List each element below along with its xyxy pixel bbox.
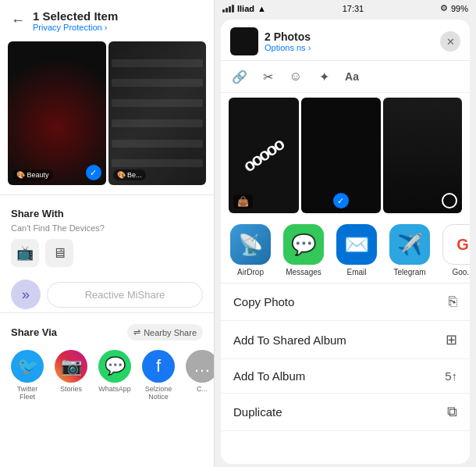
unselected-ring	[442, 193, 457, 209]
toolbar-row: 🔗 ✂ ☺ ✦ Aa	[221, 61, 470, 93]
copy-photo-icon: ⎘	[449, 294, 457, 310]
keyboard-decoration	[108, 41, 207, 185]
mail-label: Email	[346, 268, 366, 276]
photo-count-label: 2 Photos	[265, 30, 311, 43]
mail-icon: ✉️	[336, 224, 377, 265]
photo-info-text: 2 Photos Options ns ›	[265, 30, 311, 52]
social-facebook[interactable]: f SelzioneNotice	[142, 350, 175, 401]
google-icon: G	[442, 224, 470, 265]
share-photo-2[interactable]: ✓	[301, 98, 381, 213]
reactive-share-row: » Reactive MiShare	[0, 280, 214, 309]
share-with-section: Share With Can't Find The Devices? 📺 🖥	[0, 198, 214, 272]
add-shared-album-icon: ⊞	[446, 331, 457, 348]
social-whatsapp[interactable]: 💬 WhatsApp	[98, 350, 131, 401]
signal-icon	[222, 5, 234, 12]
airdrop-label: AirDrop	[237, 268, 264, 276]
tv-icon[interactable]: 📺	[11, 239, 39, 267]
whatsapp-icon: 💬	[98, 350, 131, 383]
copy-photo-action[interactable]: Copy Photo ⎘	[221, 283, 470, 321]
duplicate-label: Duplicate	[233, 405, 282, 419]
photo-thumb-1[interactable]: 🎨 Beauty ✓	[8, 41, 106, 185]
social-icons-row: 🐦 TwitterFleet 📷 Stories 💬 WhatsApp f Se…	[0, 344, 214, 407]
text-icon[interactable]: Aa	[341, 66, 363, 87]
share-via-row: Share Via ⇌ Nearby Share	[11, 324, 203, 340]
right-panel: Iliad ▲ 17:31 ⚙ 99% 2 Photos Options ns …	[215, 0, 476, 467]
share-with-title: Share With	[11, 208, 64, 219]
share-with-sub: Can't Find The Devices?	[11, 223, 105, 233]
share-via-title: Share Via	[11, 326, 57, 338]
photo-info: 2 Photos Options ns ›	[230, 27, 311, 55]
photo-thumb-2[interactable]: 🎨 Be...	[108, 41, 207, 185]
close-button[interactable]: ✕	[440, 31, 460, 52]
share-card-header: 2 Photos Options ns › ✕	[221, 20, 470, 61]
add-album-action[interactable]: Add To Album 5↑	[221, 359, 470, 394]
instagram-label: Stories	[60, 385, 82, 393]
airdrop-icon: 📡	[230, 224, 271, 265]
bag-icon: 👜	[233, 194, 253, 209]
more-label: C...	[197, 385, 208, 393]
wand-icon[interactable]: ✦	[313, 66, 335, 87]
wifi-icon: ▲	[258, 4, 266, 13]
reactive-share-icon[interactable]: »	[11, 280, 41, 309]
battery-area: ⚙ 99%	[440, 3, 468, 13]
monitor-icon[interactable]: 🖥	[45, 239, 73, 267]
action-list: Copy Photo ⎘ Add To Shared Album ⊞ Add T…	[221, 283, 470, 464]
beauty-badge-2: 🎨 Be...	[113, 169, 146, 180]
twitter-label: TwitterFleet	[17, 385, 38, 401]
nearby-label: Nearby Share	[144, 328, 197, 337]
social-instagram[interactable]: 📷 Stories	[55, 350, 87, 401]
messages-label: Messages	[286, 268, 321, 276]
twitter-icon: 🐦	[11, 350, 44, 383]
add-shared-album-action[interactable]: Add To Shared Album ⊞	[221, 321, 470, 359]
messages-icon: 💬	[283, 224, 324, 265]
carrier-signal: Iliad ▲	[222, 4, 266, 13]
app-mail[interactable]: ✉️ Email	[336, 224, 377, 276]
add-album-badge: 5↑	[445, 369, 457, 383]
add-album-label: Add To Album	[233, 369, 305, 383]
nearby-share-button[interactable]: ⇌ Nearby Share	[127, 324, 203, 340]
beauty-badge: 🎨 Beauty	[12, 169, 53, 180]
instagram-icon: 📷	[55, 350, 87, 383]
social-twitter[interactable]: 🐦 TwitterFleet	[11, 350, 44, 401]
facebook-icon: f	[142, 350, 175, 383]
telegram-label: Telegram	[393, 268, 425, 276]
preview-thumbnail	[230, 27, 258, 55]
photo-grid: 🎨 Beauty ✓ 🎨 Be...	[0, 35, 214, 191]
duplicate-action[interactable]: Duplicate ⧉	[221, 394, 470, 431]
crop-icon[interactable]: ✂	[257, 66, 279, 87]
options-link[interactable]: Options ns ›	[265, 43, 311, 52]
selected-check-2: ✓	[333, 193, 349, 209]
app-airdrop[interactable]: 📡 AirDrop	[230, 224, 271, 276]
back-button[interactable]: ←	[11, 12, 25, 29]
left-header: ← 1 Selected Item Privacy Protection ›	[0, 0, 214, 35]
google-label: Goo...	[452, 268, 470, 276]
share-photos-grid: ooooo 👜 ✓	[221, 93, 470, 218]
app-icons-scroll: 📡 AirDrop 💬 Messages ✉️ Email ✈️ Telegra…	[221, 218, 470, 283]
more-icon: …	[186, 350, 214, 383]
left-panel: ← 1 Selected Item Privacy Protection › 🎨…	[0, 0, 215, 467]
selected-checkmark-1: ✓	[86, 165, 101, 180]
nearby-icon: ⇌	[133, 327, 140, 337]
battery-icon: ⚙	[440, 3, 448, 13]
app-telegram[interactable]: ✈️ Telegram	[389, 224, 430, 276]
social-more[interactable]: … C...	[186, 350, 214, 401]
privacy-link[interactable]: Privacy Protection ›	[33, 23, 118, 32]
share-photo-1[interactable]: ooooo 👜	[229, 98, 299, 213]
smile-icon[interactable]: ☺	[285, 66, 307, 87]
carrier-name: Iliad	[237, 4, 254, 13]
app-messages[interactable]: 💬 Messages	[283, 224, 324, 276]
divider-2	[0, 312, 214, 313]
header-text: 1 Selected Item Privacy Protection ›	[33, 9, 118, 32]
battery-percent: 99%	[451, 4, 468, 13]
share-photo-3[interactable]	[383, 98, 463, 213]
share-via-section: Share Via ⇌ Nearby Share	[0, 316, 214, 344]
status-time: 17:31	[343, 4, 364, 13]
selected-item-title: 1 Selected Item	[33, 9, 118, 23]
app-google[interactable]: G Goo...	[442, 224, 470, 276]
duplicate-icon: ⧉	[447, 404, 457, 420]
facebook-label: SelzioneNotice	[145, 385, 172, 401]
share-devices-row: 📺 🖥	[11, 239, 203, 267]
add-shared-album-label: Add To Shared Album	[233, 333, 346, 347]
link-icon[interactable]: 🔗	[229, 66, 250, 87]
oooo-decoration: ooooo	[240, 134, 288, 176]
